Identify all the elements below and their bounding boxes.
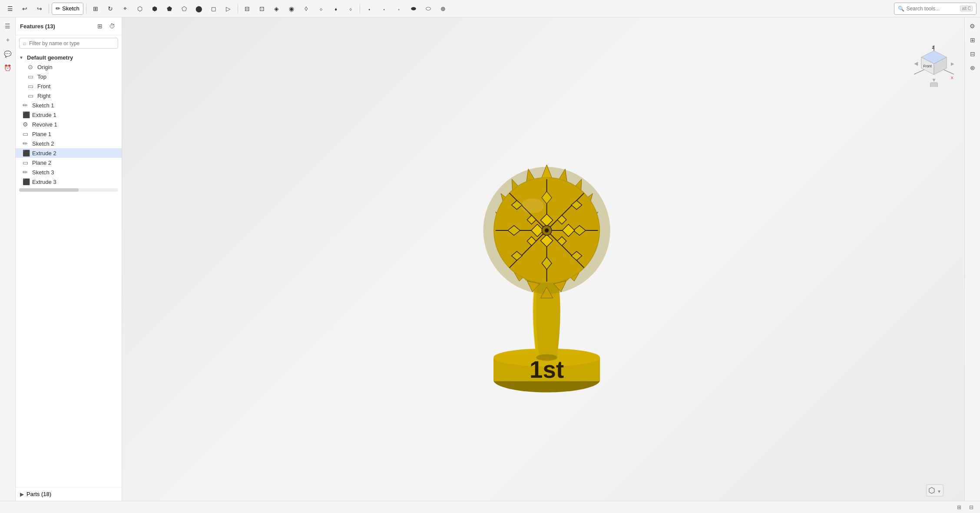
- sketch1-label: Sketch 1: [32, 102, 54, 109]
- tool-17[interactable]: ⬧: [329, 2, 342, 15]
- viewport[interactable]: 1st: [122, 17, 964, 501]
- tool-13[interactable]: ◈: [270, 2, 283, 15]
- tool-21[interactable]: ⬫: [392, 2, 405, 15]
- tree-item-sketch3[interactable]: ✏ Sketch 3: [16, 167, 122, 177]
- right-tool-3[interactable]: ⊟: [967, 48, 979, 60]
- sketch2-icon: ✏: [23, 140, 30, 147]
- h-scrollbar-thumb[interactable]: [19, 188, 79, 192]
- cube-display-icon: ⬡: [928, 486, 935, 495]
- tool-19[interactable]: ⬩: [363, 2, 376, 15]
- extrude3-icon: ⬛: [23, 178, 30, 185]
- feature-panel: Features (13) ⊞ ⏱ ⌕ ▼ Default geometry ⊙…: [16, 17, 122, 501]
- plane2-label: Plane 2: [32, 160, 51, 166]
- tool-5[interactable]: ⬢: [148, 2, 161, 15]
- tool-1[interactable]: ⊞: [89, 2, 102, 15]
- plane1-icon: ▭: [23, 130, 30, 137]
- feature-expand-btn[interactable]: ⊞: [95, 21, 105, 31]
- tool-4[interactable]: ⬡: [133, 2, 146, 15]
- h-scrollbar[interactable]: [19, 188, 118, 192]
- origin-icon: ⊙: [28, 63, 35, 70]
- tool-9[interactable]: ◻: [207, 2, 220, 15]
- tool-14[interactable]: ◉: [285, 2, 298, 15]
- display-options[interactable]: ⬡ ▼: [926, 484, 944, 496]
- separator-2: [86, 4, 86, 13]
- tool-12[interactable]: ⊡: [255, 2, 268, 15]
- parts-row[interactable]: ▶ Parts (18): [20, 491, 117, 497]
- tool-6[interactable]: ⬟: [163, 2, 176, 15]
- tool-15[interactable]: ◊: [300, 2, 313, 15]
- tool-18[interactable]: ⬨: [344, 2, 357, 15]
- tree-item-plane1[interactable]: ▭ Plane 1: [16, 129, 122, 139]
- tool-16[interactable]: ⬦: [315, 2, 328, 15]
- feature-history-btn[interactable]: ⏱: [107, 21, 117, 31]
- left-tool-1[interactable]: ☰: [2, 20, 14, 32]
- view-cube[interactable]: Z X Front ▼ ◀ ▶: [912, 43, 956, 87]
- tree-item-extrude1[interactable]: ⬛ Extrude 1: [16, 110, 122, 120]
- right-tool-4[interactable]: ⊛: [967, 62, 979, 74]
- feature-header-icons: ⊞ ⏱: [95, 21, 117, 31]
- svg-text:▼: ▼: [931, 77, 937, 83]
- plane1-label: Plane 1: [32, 131, 51, 137]
- trophy-model: 1st: [464, 116, 629, 403]
- view-cube-svg: Z X Front ▼ ◀ ▶: [912, 43, 956, 87]
- tree-item-right[interactable]: ▭ Right: [16, 91, 122, 100]
- plane-front-icon: ▭: [28, 83, 35, 90]
- left-tool-2[interactable]: ＋: [2, 34, 14, 46]
- bottom-icon-1[interactable]: ⊞: [954, 502, 964, 513]
- undo-button[interactable]: ↩: [18, 2, 31, 15]
- tool-22[interactable]: ⬬: [407, 2, 420, 15]
- svg-text:X: X: [951, 76, 954, 80]
- tree-item-extrude2[interactable]: ⬛ Extrude 2: [16, 148, 122, 158]
- tree-item-front[interactable]: ▭ Front: [16, 81, 122, 91]
- svg-rect-69: [930, 83, 938, 87]
- tool-20[interactable]: ⬪: [377, 2, 391, 15]
- extrude1-icon: ⬛: [23, 111, 30, 118]
- tree-item-revolve1[interactable]: ⚙ Revolve 1: [16, 120, 122, 129]
- tree-item-sketch1[interactable]: ✏ Sketch 1: [16, 100, 122, 110]
- origin-label: Origin: [37, 64, 53, 70]
- svg-point-56: [521, 198, 544, 213]
- tool-3[interactable]: ⌖: [119, 2, 132, 15]
- main-area: ☰ ＋ 💬 ⏰ Features (13) ⊞ ⏱ ⌕ ▼ Default ge…: [0, 17, 980, 501]
- display-dropdown-icon: ▼: [937, 489, 941, 494]
- separator-4: [360, 4, 360, 13]
- tool-24[interactable]: ⊕: [437, 2, 450, 15]
- extrude1-label: Extrude 1: [32, 112, 56, 118]
- tool-23[interactable]: ⬭: [422, 2, 435, 15]
- sketch-button[interactable]: ✏ Sketch: [52, 3, 83, 15]
- toggle-icon: ▼: [19, 55, 24, 60]
- parts-label: Parts (18): [26, 491, 51, 497]
- menu-button[interactable]: ☰: [3, 2, 17, 15]
- left-tool-4[interactable]: ⏰: [2, 62, 14, 74]
- toolbar: ☰ ↩ ↪ ✏ Sketch ⊞ ↻ ⌖ ⬡ ⬢ ⬟ ⬠ ⬤ ◻ ▷ ⊟ ⊡ ◈…: [0, 0, 980, 17]
- tree-item-plane2[interactable]: ▭ Plane 2: [16, 158, 122, 167]
- front-label: Front: [37, 83, 50, 90]
- tree-item-sketch2[interactable]: ✏ Sketch 2: [16, 139, 122, 148]
- right-panel: ⚙ ⊞ ⊟ ⊛: [964, 17, 980, 501]
- tool-2[interactable]: ↻: [104, 2, 117, 15]
- revolve1-label: Revolve 1: [32, 121, 57, 128]
- svg-point-55: [544, 228, 548, 232]
- tree-item-origin[interactable]: ⊙ Origin: [16, 62, 122, 72]
- filter-input[interactable]: [29, 40, 114, 47]
- left-thin-toolbar: ☰ ＋ 💬 ⏰: [0, 17, 16, 501]
- svg-text:Z: Z: [932, 45, 935, 50]
- default-geometry-header[interactable]: ▼ Default geometry: [16, 53, 122, 62]
- left-tool-3[interactable]: 💬: [2, 48, 14, 60]
- redo-button[interactable]: ↪: [33, 2, 46, 15]
- right-tool-1[interactable]: ⚙: [967, 20, 979, 32]
- sketch3-icon: ✏: [23, 169, 30, 176]
- svg-text:▶: ▶: [951, 61, 954, 66]
- search-input[interactable]: [906, 6, 958, 12]
- bottom-icon-2[interactable]: ⊟: [966, 502, 977, 513]
- tree-item-top[interactable]: ▭ Top: [16, 72, 122, 81]
- tool-11[interactable]: ⊟: [241, 2, 254, 15]
- right-tool-2[interactable]: ⊞: [967, 34, 979, 46]
- tool-7[interactable]: ⬠: [178, 2, 191, 15]
- feature-title: Features (13): [20, 23, 55, 30]
- tool-10[interactable]: ▷: [222, 2, 235, 15]
- separator-1: [49, 4, 49, 13]
- tree-item-extrude3[interactable]: ⬛ Extrude 3: [16, 177, 122, 187]
- extrude2-label: Extrude 2: [32, 150, 56, 157]
- tool-8[interactable]: ⬤: [192, 2, 205, 15]
